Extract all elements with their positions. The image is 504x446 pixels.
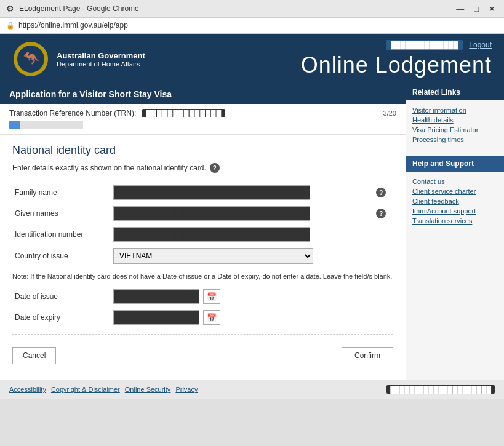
id-number-input[interactable] bbox=[113, 227, 310, 242]
main-content: Application for a Visitor Short Stay Vis… bbox=[0, 84, 406, 380]
id-number-row: Identification number bbox=[12, 224, 393, 245]
country-cell: VIETNAM AUSTRALIA CHINA INDIA OTHER bbox=[111, 245, 370, 267]
country-label: Country of issue bbox=[12, 245, 111, 267]
family-name-label: Family name bbox=[12, 182, 111, 203]
given-names-help-icon[interactable]: ? bbox=[376, 209, 386, 218]
family-name-input[interactable] bbox=[113, 185, 310, 200]
family-name-row: Family name ? bbox=[12, 182, 393, 203]
sidebar-link-client-feedback[interactable]: Client feedback bbox=[412, 196, 498, 206]
sidebar: Related Links Visitor information Health… bbox=[406, 84, 504, 380]
related-links-title: Related Links bbox=[406, 84, 504, 100]
section-desc: Enter details exactly as shown on the na… bbox=[12, 163, 393, 173]
trn-value: ██████████████ bbox=[142, 109, 225, 117]
svg-text:🦘: 🦘 bbox=[23, 50, 40, 66]
family-name-help-icon[interactable]: ? bbox=[376, 188, 386, 197]
note-text: Note: If the National identity card does… bbox=[12, 272, 393, 281]
section-desc-text: Enter details exactly as shown on the na… bbox=[12, 164, 206, 172]
date-expiry-cell: 📅 bbox=[111, 307, 393, 328]
sidebar-link-processing-times[interactable]: Processing times bbox=[412, 135, 498, 145]
progress-bar-container bbox=[9, 121, 83, 129]
id-number-cell bbox=[111, 224, 370, 245]
url-text: https://online.immi.gov.au/elp/app bbox=[18, 21, 128, 30]
help-support-title: Help and Support bbox=[406, 156, 504, 172]
sidebar-link-visa-pricing[interactable]: Visa Pricing Estimator bbox=[412, 125, 498, 135]
sidebar-link-health-details[interactable]: Health details bbox=[412, 115, 498, 125]
country-row: Country of issue VIETNAM AUSTRALIA CHINA… bbox=[12, 245, 393, 267]
help-links-area: Contact us Client service charter Client… bbox=[406, 172, 504, 231]
sidebar-link-immi-support[interactable]: ImmiAccount support bbox=[412, 206, 498, 216]
form-area: National identity card Enter details exa… bbox=[0, 135, 406, 380]
progress-bar-fill bbox=[9, 121, 20, 129]
date-expiry-row: Date of expiry 📅 bbox=[12, 307, 393, 328]
trn-row: Transaction Reference Number (TRN): ████… bbox=[9, 109, 396, 117]
given-names-label: Given names bbox=[12, 203, 111, 224]
section-help-icon[interactable]: ? bbox=[210, 163, 220, 173]
page-wrapper: 🦘 Australian Government Department of Ho… bbox=[0, 34, 504, 399]
progress-area: Transaction Reference Number (TRN): ████… bbox=[0, 104, 406, 135]
date-issue-wrap: 📅 bbox=[113, 289, 391, 304]
related-links-area: Visitor information Health details Visa … bbox=[406, 100, 504, 149]
country-help-cell bbox=[370, 245, 393, 267]
sidebar-link-client-service[interactable]: Client service charter bbox=[412, 186, 498, 196]
given-names-help-cell: ? bbox=[370, 203, 393, 224]
date-issue-input[interactable] bbox=[113, 289, 199, 304]
browser-title: ELodgement Page - Google Chrome bbox=[19, 4, 139, 13]
minimize-button[interactable]: — bbox=[454, 4, 466, 14]
gov-text: Australian Government Department of Home… bbox=[57, 51, 145, 68]
coat-of-arms-logo: 🦘 bbox=[12, 41, 49, 78]
gov-line2: Department of Home Affairs bbox=[57, 60, 145, 68]
address-bar: 🔒 https://online.immi.gov.au/elp/app bbox=[0, 18, 504, 33]
section-title: National identity card bbox=[12, 144, 393, 157]
id-number-help-cell bbox=[370, 224, 393, 245]
title-bar: ⚙ ELodgement Page - Google Chrome — □ ✕ bbox=[0, 0, 504, 18]
footer: Accessibility Copyright & Disclaimer Onl… bbox=[0, 380, 504, 399]
date-issue-label: Date of issue bbox=[12, 286, 111, 307]
family-name-help-cell: ? bbox=[370, 182, 393, 203]
date-expiry-calendar-button[interactable]: 📅 bbox=[203, 310, 220, 325]
date-issue-calendar-button[interactable]: 📅 bbox=[203, 289, 220, 304]
sidebar-link-contact[interactable]: Contact us bbox=[412, 177, 498, 186]
window-controls[interactable]: — □ ✕ bbox=[454, 4, 498, 14]
header: 🦘 Australian Government Department of Ho… bbox=[0, 34, 504, 84]
sidebar-link-visitor-info[interactable]: Visitor information bbox=[412, 105, 498, 115]
date-form-table: Date of issue 📅 Date of expiry bbox=[12, 286, 393, 328]
site-title: Online Lodgement bbox=[301, 52, 492, 78]
confirm-button[interactable]: Confirm bbox=[342, 347, 393, 364]
form-table: Family name ? Given names bbox=[12, 182, 393, 267]
browser-icon: ⚙ bbox=[6, 4, 14, 14]
app-header-bar: Application for a Visitor Short Stay Vis… bbox=[0, 84, 406, 104]
id-number-label: Identification number bbox=[12, 224, 111, 245]
footer-link-copyright[interactable]: Copyright & Disclaimer bbox=[51, 386, 120, 393]
date-expiry-wrap: 📅 bbox=[113, 310, 391, 325]
given-names-row: Given names ? bbox=[12, 203, 393, 224]
footer-link-privacy[interactable]: Privacy bbox=[175, 386, 198, 393]
divider bbox=[12, 334, 393, 335]
close-button[interactable]: ✕ bbox=[486, 4, 498, 14]
lock-icon: 🔒 bbox=[6, 22, 15, 30]
trn-label: Transaction Reference Number (TRN): bbox=[9, 109, 136, 117]
step-text: 3/20 bbox=[383, 110, 396, 117]
footer-ref: █████████████████████ bbox=[386, 385, 495, 394]
gov-line1: Australian Government bbox=[57, 51, 145, 60]
app-bar-title: Application for a Visitor Short Stay Vis… bbox=[9, 89, 172, 99]
cancel-button[interactable]: Cancel bbox=[12, 347, 56, 364]
given-names-cell bbox=[111, 203, 370, 224]
content-wrapper: Application for a Visitor Short Stay Vis… bbox=[0, 84, 504, 380]
given-names-input[interactable] bbox=[113, 206, 310, 221]
user-ref: ██████████████ bbox=[386, 40, 463, 50]
logout-area: ██████████████ Logout bbox=[301, 40, 492, 50]
sidebar-link-translation[interactable]: Translation services bbox=[412, 216, 498, 226]
date-expiry-input[interactable] bbox=[113, 310, 199, 325]
country-select[interactable]: VIETNAM AUSTRALIA CHINA INDIA OTHER bbox=[113, 248, 313, 264]
date-issue-row: Date of issue 📅 bbox=[12, 286, 393, 307]
date-issue-cell: 📅 bbox=[111, 286, 393, 307]
maximize-button[interactable]: □ bbox=[471, 4, 481, 14]
logout-button[interactable]: Logout bbox=[469, 41, 492, 49]
footer-link-security[interactable]: Online Security bbox=[125, 386, 171, 393]
date-expiry-label: Date of expiry bbox=[12, 307, 111, 328]
browser-chrome: ⚙ ELodgement Page - Google Chrome — □ ✕ … bbox=[0, 0, 504, 34]
family-name-cell bbox=[111, 182, 370, 203]
header-right: ██████████████ Logout Online Lodgement bbox=[301, 40, 492, 78]
button-row: Cancel Confirm bbox=[12, 347, 393, 370]
footer-link-accessibility[interactable]: Accessibility bbox=[9, 386, 46, 393]
